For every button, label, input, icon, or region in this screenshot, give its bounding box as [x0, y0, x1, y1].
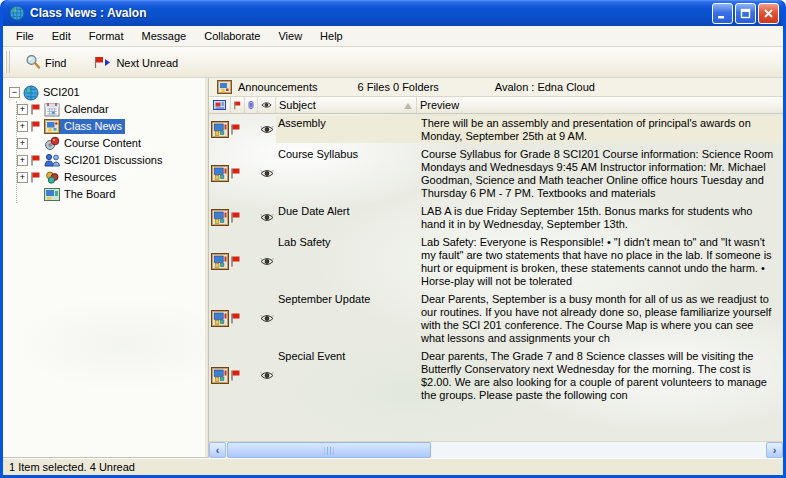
- find-button[interactable]: Find: [18, 51, 73, 73]
- status-text: 1 Item selected. 4 Unread: [9, 461, 135, 473]
- unread-flag-icon: [31, 155, 42, 166]
- tree-item-content: Resources: [44, 170, 120, 185]
- message-row-september-update[interactable]: September UpdateDear Parents, September …: [209, 291, 783, 348]
- tree-item-sci201-discussions[interactable]: +SCI201 Discussions: [17, 152, 203, 169]
- message-row-special-event[interactable]: Special EventDear parents, The Grade 7 a…: [209, 348, 783, 405]
- eye-icon[interactable]: [258, 235, 276, 288]
- announcement-icon: [209, 235, 231, 288]
- unread-flag-icon: [231, 204, 245, 231]
- column-preview[interactable]: Preview: [417, 97, 783, 113]
- minimize-button[interactable]: [712, 3, 733, 24]
- close-button[interactable]: [758, 3, 779, 24]
- tree-item-content: SCI201 Discussions: [44, 153, 165, 168]
- menu-item-format[interactable]: Format: [80, 28, 133, 44]
- message-subject[interactable]: September Update: [276, 292, 417, 345]
- scroll-right-button[interactable]: ›: [766, 442, 783, 458]
- unread-flag-icon: [231, 147, 245, 200]
- content-area: −SCI201+Calendar+Class News+Course Conte…: [3, 78, 783, 458]
- tree-item-the-board[interactable]: The Board: [17, 186, 203, 203]
- column-eye[interactable]: [258, 97, 276, 113]
- menu-item-help[interactable]: Help: [311, 28, 352, 44]
- announcements-icon: [217, 80, 232, 94]
- eye-icon[interactable]: [258, 147, 276, 200]
- eye-icon[interactable]: [258, 292, 276, 345]
- menu-item-view[interactable]: View: [269, 28, 311, 44]
- column-flag[interactable]: [231, 97, 245, 113]
- content-icon: [44, 136, 61, 151]
- message-preview[interactable]: Course Syllabus for Grade 8 SCI201 Cours…: [417, 147, 783, 200]
- unread-flag-icon: [231, 349, 245, 402]
- tree-children: +Calendar+Class News+Course Content+SCI2…: [16, 101, 203, 203]
- toolbar: Find Next Unread: [3, 47, 783, 78]
- sort-ascending-icon: [404, 103, 412, 109]
- horizontal-scrollbar[interactable]: ‹ ›: [209, 441, 783, 458]
- flag-icon: [234, 100, 241, 111]
- unread-flag-icon: [31, 104, 42, 115]
- message-row-course-syllabus[interactable]: Course SyllabusCourse Syllabus for Grade…: [209, 146, 783, 203]
- tree-item-label: SCI201 Discussions: [63, 153, 165, 168]
- eye-icon: [261, 101, 272, 109]
- title-bar[interactable]: Class News : Avalon: [3, 0, 783, 26]
- unread-flag-icon: [31, 172, 42, 183]
- message-row-due-date-alert[interactable]: Due Date AlertLAB A is due Friday Septem…: [209, 203, 783, 234]
- message-subject[interactable]: Course Syllabus: [276, 147, 417, 200]
- attachment-cell: [245, 116, 258, 143]
- message-subject[interactable]: Assembly: [276, 116, 417, 143]
- tree-item-content: Calendar: [44, 102, 112, 117]
- tree-item-label: Class News: [63, 119, 125, 134]
- eye-icon[interactable]: [258, 349, 276, 402]
- menu-item-edit[interactable]: Edit: [43, 28, 80, 44]
- tree-item-resources[interactable]: +Resources: [17, 169, 203, 186]
- message-preview[interactable]: Lab Safety: Everyone is Responsible! • "…: [417, 235, 783, 288]
- message-row-assembly[interactable]: AssemblyThere will be an assembly and pr…: [209, 115, 783, 146]
- next-unread-flag-icon: [94, 56, 112, 69]
- message-preview[interactable]: Dear Parents, September is a busy month …: [417, 292, 783, 345]
- tree-item-content: Course Content: [44, 136, 144, 151]
- globe-icon: [23, 85, 40, 101]
- board-icon: [44, 187, 61, 202]
- attachment-icon: [248, 99, 254, 111]
- toolbar-gripper[interactable]: [5, 51, 12, 73]
- tree-item-course-content[interactable]: +Course Content: [17, 135, 203, 152]
- expand-toggle[interactable]: +: [17, 155, 28, 166]
- message-preview[interactable]: LAB A is due Friday September 15th. Bonu…: [417, 204, 783, 231]
- application-window: Class News : Avalon FileEditFormatMessag…: [0, 0, 786, 478]
- unread-flag-icon: [231, 116, 245, 143]
- pane-title: Announcements: [238, 81, 318, 93]
- expand-toggle[interactable]: +: [17, 172, 28, 183]
- column-header-row: Subject Preview: [209, 97, 783, 114]
- scroll-left-button[interactable]: ‹: [209, 442, 226, 458]
- menu-item-message[interactable]: Message: [133, 28, 196, 44]
- attachment-cell: [245, 147, 258, 200]
- message-subject[interactable]: Special Event: [276, 349, 417, 402]
- expand-toggle[interactable]: +: [17, 104, 28, 115]
- message-preview[interactable]: Dear parents, The Grade 7 and 8 Science …: [417, 349, 783, 402]
- pane-header-bar: Announcements 6 Files 0 Folders Avalon :…: [209, 78, 783, 97]
- scrollbar-thumb[interactable]: [227, 442, 431, 458]
- column-message-icon[interactable]: [209, 97, 231, 113]
- window-title: Class News : Avalon: [30, 6, 710, 20]
- menu-item-file[interactable]: File: [7, 28, 43, 44]
- column-subject[interactable]: Subject: [276, 97, 417, 113]
- message-subject[interactable]: Lab Safety: [276, 235, 417, 288]
- announcement-icon: [209, 204, 231, 231]
- tree-item-sci201[interactable]: −SCI201: [9, 84, 203, 101]
- message-row-lab-safety[interactable]: Lab SafetyLab Safety: Everyone is Respon…: [209, 234, 783, 291]
- message-subject[interactable]: Due Date Alert: [276, 204, 417, 231]
- announcement-icon: [209, 292, 231, 345]
- attachment-cell: [245, 292, 258, 345]
- attachment-cell: [245, 235, 258, 288]
- tree-item-calendar[interactable]: +Calendar: [17, 101, 203, 118]
- maximize-button[interactable]: [735, 3, 756, 24]
- message-preview[interactable]: There will be an assembly and presentati…: [417, 116, 783, 143]
- next-unread-button[interactable]: Next Unread: [87, 53, 185, 72]
- eye-icon[interactable]: [258, 116, 276, 143]
- eye-icon[interactable]: [258, 204, 276, 231]
- collapse-toggle[interactable]: −: [9, 87, 20, 98]
- menu-item-collaborate[interactable]: Collaborate: [195, 28, 269, 44]
- expand-toggle[interactable]: +: [17, 121, 28, 132]
- expand-toggle[interactable]: +: [17, 138, 28, 149]
- tree-item-label: Resources: [63, 170, 120, 185]
- column-attachment[interactable]: [245, 97, 258, 113]
- tree-item-class-news[interactable]: +Class News: [17, 118, 203, 135]
